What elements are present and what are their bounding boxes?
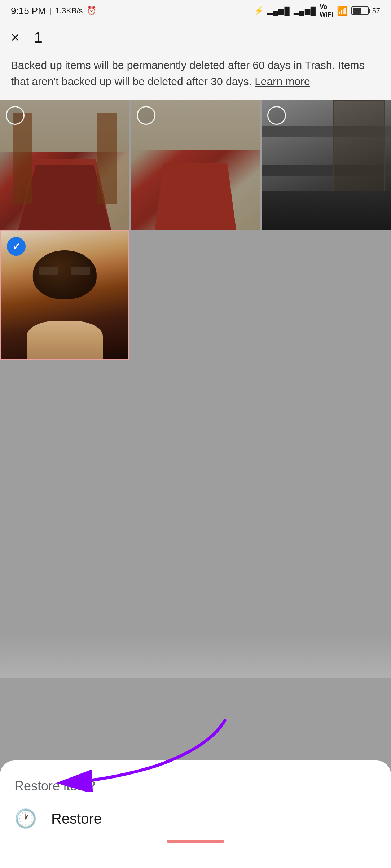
bluetooth-icon: ⚡: [254, 6, 264, 16]
info-main-text: Backed up items will be permanently dele…: [11, 59, 365, 87]
wifi-icon: 📶: [337, 6, 348, 16]
photo-item-3[interactable]: [262, 100, 391, 230]
empty-cell-2: [262, 230, 391, 360]
bottom-sheet-title: Restore item?: [14, 779, 377, 794]
bottom-sheet: Restore item? 🕐 Restore: [0, 760, 391, 868]
battery-tip: [369, 9, 370, 13]
photo-item-1[interactable]: [0, 100, 129, 230]
speed-display: |: [49, 6, 52, 16]
status-bar-right: ⚡ ▂▄▆█ ▂▄▆█ VoWiFi 📶 57: [254, 3, 380, 18]
photo-grid-row2: ✓: [0, 230, 391, 360]
main-content: × 1 Backed up items will be permanently …: [0, 22, 391, 678]
photo3-selection-circle[interactable]: [267, 106, 286, 125]
toolbar: × 1: [0, 22, 391, 53]
restore-history-icon: 🕐: [14, 808, 37, 829]
photo2-selection-circle[interactable]: [137, 106, 155, 125]
restore-label: Restore: [51, 811, 102, 827]
photo-item-4[interactable]: ✓: [0, 230, 129, 360]
check-icon: ✓: [12, 241, 21, 253]
learn-more-link[interactable]: Learn more: [255, 75, 310, 87]
battery-fill: [353, 8, 361, 14]
photo1-selection-circle[interactable]: [6, 106, 25, 125]
time-display: 9:15 PM: [11, 5, 46, 17]
selection-count: 1: [34, 29, 43, 46]
restore-option[interactable]: 🕐 Restore: [14, 808, 377, 829]
info-text-block: Backed up items will be permanently dele…: [0, 53, 391, 100]
empty-cell-1: [131, 230, 260, 360]
photo4-selection-circle[interactable]: ✓: [7, 237, 26, 256]
bottom-sheet-area: Restore item? 🕐 Restore: [0, 608, 391, 868]
close-button[interactable]: ×: [11, 30, 20, 45]
photo-grid-row1: [0, 100, 391, 230]
network-speed: 1.3KB/s: [55, 6, 83, 16]
signal-icon-2: ▂▄▆█: [294, 6, 316, 15]
battery-indicator: [351, 6, 369, 15]
alarm-icon: ⏰: [87, 6, 96, 16]
battery-percentage: 57: [372, 7, 380, 15]
photo-item-2[interactable]: [131, 100, 260, 230]
status-bar: 9:15 PM | 1.3KB/s ⏰ ⚡ ▂▄▆█ ▂▄▆█ VoWiFi 📶…: [0, 0, 391, 22]
status-bar-left: 9:15 PM | 1.3KB/s ⏰: [11, 5, 96, 17]
vo-wifi-label: VoWiFi: [320, 3, 333, 18]
home-indicator: [167, 840, 224, 843]
signal-icon-1: ▂▄▆█: [267, 6, 290, 15]
